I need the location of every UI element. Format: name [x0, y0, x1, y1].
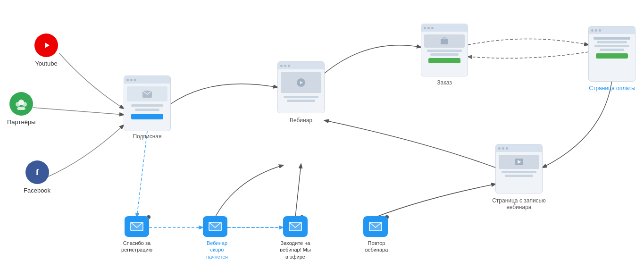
youtube-label: Youtube — [35, 60, 57, 67]
email-replay[interactable] — [363, 216, 388, 237]
subscription-card-body — [124, 84, 170, 122]
payment-card[interactable] — [588, 26, 636, 82]
recording-card-header — [496, 144, 542, 152]
facebook-label: Facebook — [24, 187, 50, 194]
svg-marker-13 — [300, 81, 303, 84]
webinar-label: Вебинар — [277, 117, 325, 124]
svg-rect-14 — [441, 39, 448, 44]
source-partners[interactable]: Партнёры — [7, 92, 35, 126]
email-thanks-label: Спасибо зарегистрацию — [113, 240, 160, 253]
payment-label: Страница оплаты — [585, 85, 639, 92]
arrows-overlay — [0, 0, 644, 269]
subscription-card-header — [124, 76, 170, 84]
webinar-card-header — [278, 62, 324, 69]
payment-card-body — [589, 34, 635, 61]
email-live[interactable] — [283, 216, 308, 237]
email-live-label: Заходите навебинар! Мыв эфире — [272, 240, 319, 260]
webinar-card-body — [278, 69, 324, 105]
recording-label: Страница с записьювебинара — [491, 197, 547, 210]
subscription-card[interactable] — [124, 76, 171, 131]
order-label: Заказ — [421, 79, 468, 86]
source-youtube[interactable]: Youtube — [34, 34, 58, 67]
svg-text:f: f — [36, 168, 39, 177]
recording-card-body — [496, 152, 542, 180]
youtube-icon — [34, 34, 58, 57]
order-card-body — [421, 32, 468, 66]
partners-icon — [9, 92, 33, 116]
svg-point-7 — [16, 102, 20, 107]
webinar-card[interactable] — [277, 61, 325, 113]
email-soon-label: Вебинарскороначнется — [193, 240, 241, 260]
canvas: Youtube Партнёры f Facebook — [0, 0, 644, 269]
email-soon[interactable] — [203, 216, 227, 237]
partners-label: Партнёры — [7, 118, 35, 126]
recording-card[interactable] — [495, 144, 543, 193]
svg-point-9 — [17, 107, 25, 110]
svg-point-8 — [22, 102, 27, 107]
email-replay-label: Повторвебинара — [353, 240, 400, 253]
order-card[interactable] — [421, 24, 468, 76]
email-thanks[interactable] — [125, 216, 149, 237]
order-card-header — [421, 24, 468, 32]
facebook-icon: f — [25, 160, 49, 184]
payment-card-header — [589, 26, 635, 34]
subscription-label: Подписная — [124, 133, 171, 140]
source-facebook[interactable]: f Facebook — [24, 160, 50, 194]
